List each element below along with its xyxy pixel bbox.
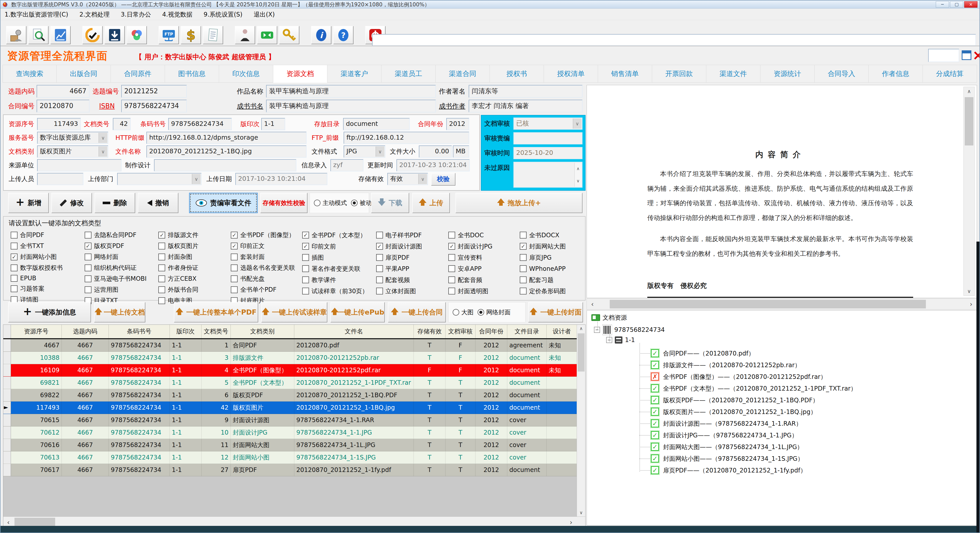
storage-dir-input[interactable]: document [343,118,410,130]
doc-type-option[interactable]: 扉页PDF [376,253,449,262]
active-mode-option[interactable]: 主动模式 [314,199,347,207]
checkbox-icon[interactable] [448,287,455,294]
checkbox-icon[interactable] [158,265,165,271]
design-toolbar-button[interactable] [127,26,147,44]
checkbox-icon[interactable] [11,231,18,239]
tree-item[interactable]: ✓版权页图片——（20120870_20121252_1-1BQ.jpg） [587,407,977,418]
doc-type-option[interactable]: 全书TXT [11,242,84,250]
tree-item[interactable]: ✗全书PDF（图像型）——（20120870-20121252pdf.rar） [587,372,977,383]
http-prefix-input[interactable]: http://192.168.0.12/dpms_storage [146,132,307,144]
doc-type-option[interactable]: 教学课件 [302,276,376,284]
scroll-right-icon[interactable]: › [966,299,977,310]
doc-category-select[interactable]: 版权页图片∨ [37,145,108,158]
row-selector[interactable] [3,452,11,464]
row-selector[interactable] [3,339,11,351]
file-size-input[interactable]: 0.00 [419,145,452,158]
add-button[interactable]: +新增 [8,193,49,213]
doc-type-option[interactable]: 署名作者变更关联 [302,265,376,273]
column-header-合同年份[interactable]: 合同年份 [476,325,507,338]
info-entry-input[interactable]: zyf [330,159,363,171]
tab-授权清单[interactable]: 授权清单 [544,65,598,83]
checkbox-icon[interactable] [231,275,238,282]
checkbox-checked-icon[interactable]: ✓ [448,243,455,250]
statistics-toolbar-button[interactable] [50,26,71,44]
checkbox-icon[interactable] [520,254,527,261]
doc-type-option[interactable]: ✓版权页PDF [84,242,159,250]
download-button[interactable]: 下载 [371,193,409,213]
scroll-left-icon[interactable]: ‹ [587,299,598,310]
tree-item[interactable]: ✓封面网站小图——（9787568224734_1-1S.JPG） [587,453,977,464]
minimize-button[interactable]: ─ [936,1,949,8]
checkbox-icon[interactable] [158,243,165,249]
table-row[interactable]: 69821466797875682247341-15全书PDF（文本型）2012… [3,377,585,389]
chevron-down-icon[interactable]: ∨ [418,174,427,184]
scroll-down-icon[interactable]: ∨ [964,287,974,295]
quick-upload-sample-button[interactable]: 一键上传试读样章 [261,302,327,322]
column-header-文件目录[interactable]: 文件目录 [507,325,547,338]
menu-item[interactable]: 1.数字出版资源管理(C) [5,10,68,19]
drag-upload-button[interactable]: 拖放上传+ [455,193,582,213]
doc-type-option[interactable]: ✓全书PDF（文本型） [302,231,376,239]
tree-item[interactable]: ✓封面设计源图——（9787568224734_1-1.RAR） [587,418,977,429]
textarea-scrollbar[interactable]: ∧∨ [574,163,581,187]
delete-button[interactable]: 删除 [95,193,135,213]
book-title-input[interactable]: 装甲车辆构造与原理 [266,100,436,112]
upload-dept-select[interactable]: ∨ [117,173,202,185]
checkbox-icon[interactable] [11,275,18,282]
tab-合同导入[interactable]: 合同导入 [815,65,869,83]
checkbox-checked-icon[interactable]: ✓ [84,243,91,249]
scroll-up-icon[interactable]: ∧ [964,87,974,96]
undo-button[interactable]: 撤销 [138,193,178,213]
checkbox-icon[interactable] [376,276,383,283]
user-toolbar-button[interactable] [6,26,26,44]
checkbox-checked-icon[interactable]: ✓ [158,231,165,239]
tree-item[interactable]: ✓扉页PDF——（20120870_20121252_1-1fy.pdf） [587,465,977,476]
scroll-down-icon[interactable]: ∨ [577,509,585,517]
doc-type-option[interactable]: 习题答案 [11,284,84,293]
table-row[interactable]: 69822466797875682247341-16版权页PDF20120870… [3,389,585,402]
help-toolbar-button[interactable]: ? [333,26,353,44]
scrollbar-thumb[interactable] [965,97,974,145]
doc-type-option[interactable]: ✓封面网站大图 [520,242,583,251]
tab-销售清单[interactable]: 销售清单 [598,65,652,83]
doc-type-option[interactable]: ✓印前文前 [302,242,376,251]
checkbox-checked-icon[interactable]: ✓ [302,231,309,239]
storage-check-button[interactable]: 存储有效性校验 [260,193,307,213]
checkbox-icon[interactable] [11,265,18,271]
tab-资源文档[interactable]: 资源文档 [273,65,327,83]
header-input[interactable] [928,49,959,62]
doc-type-option[interactable]: 全书DOC [448,231,520,239]
tab-印次信息[interactable]: 印次信息 [219,65,273,83]
menu-item[interactable]: 4.视觉数据 [162,10,192,19]
doc-type-option[interactable]: 选题名书名变更关联 [231,264,302,272]
doc-type-option[interactable]: 合同PDF [11,231,84,239]
row-selector[interactable] [3,377,11,389]
doc-type-option[interactable]: 外版书合同 [158,286,231,294]
doc-type-option[interactable]: ✓封面设计源图 [376,242,449,251]
checkbox-icon[interactable] [84,275,91,282]
search-toolbar-button[interactable] [28,26,49,44]
doc-type-option[interactable]: WPhoneAPP [520,265,583,273]
row-selector[interactable] [3,414,11,426]
uploader-input[interactable] [37,173,83,185]
checkbox-icon[interactable] [448,254,455,261]
checkbox-icon[interactable] [448,265,455,272]
checkbox-icon[interactable] [84,254,91,260]
checkbox-icon[interactable] [376,265,383,272]
key-toolbar-button[interactable] [279,26,299,44]
tab-渠道客户[interactable]: 渠道客户 [327,65,382,83]
scroll-down-icon[interactable]: ∨ [576,176,579,186]
checkbox-icon[interactable] [520,287,527,294]
web-cover-option[interactable]: 网络封面 [477,308,511,316]
quick-upload-epub-button[interactable]: 一键上传ePub [330,302,385,322]
doc-type-option[interactable]: ✓排版源文件 [158,231,231,239]
table-row[interactable]: 70616466797875682247341-111封面网站大图9787568… [3,439,585,452]
checkbox-checked-icon[interactable]: ✓ [520,243,527,250]
doc-type-option[interactable]: 作者身份证 [158,264,231,272]
upload-button[interactable]: 上传 [412,193,450,213]
fail-reason-textarea[interactable]: ∧∨ [513,162,582,188]
big-image-option[interactable]: 大图 [453,308,474,316]
server-select[interactable]: 数字出版资源总库∨ [37,132,108,144]
tab-合同原件[interactable]: 合同原件 [111,65,165,83]
table-row[interactable]: 4667466797875682247341-11合同PDF20120870.p… [3,339,585,352]
